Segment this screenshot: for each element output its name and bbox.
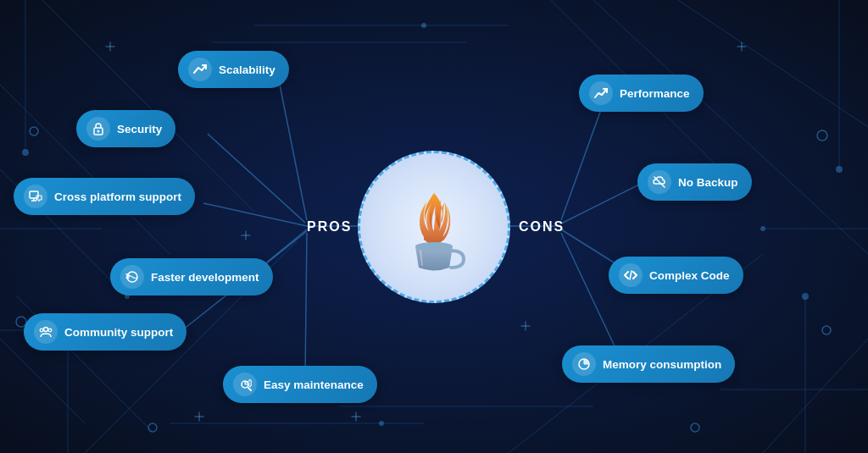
no-backup-badge: No Backup [637, 163, 752, 201]
svg-line-5 [0, 339, 85, 423]
svg-line-79 [248, 388, 251, 390]
svg-point-37 [691, 423, 699, 432]
svg-point-63 [415, 242, 453, 251]
svg-line-61 [561, 233, 623, 364]
performance-badge: Performance [579, 75, 704, 112]
svg-point-34 [30, 127, 38, 135]
svg-point-30 [421, 23, 426, 28]
svg-line-12 [678, 0, 868, 127]
cross-platform-badge: Cross platform support [14, 178, 195, 215]
svg-line-56 [305, 233, 307, 377]
pros-label: PROS [307, 219, 352, 235]
svg-point-77 [48, 329, 52, 332]
cross-platform-icon [24, 185, 47, 208]
svg-point-35 [822, 326, 831, 334]
security-badge: Security [76, 110, 175, 147]
svg-line-53 [203, 203, 307, 226]
easy-maintenance-badge: Easy maintenance [223, 366, 377, 403]
performance-icon [589, 81, 613, 105]
complex-code-badge: Complex Code [609, 257, 743, 294]
center-java-logo [358, 151, 510, 303]
svg-point-75 [44, 328, 48, 332]
complex-code-icon [619, 263, 643, 287]
faster-dev-badge: Faster development [110, 258, 273, 296]
svg-point-65 [97, 130, 100, 133]
scalability-badge: Scalability [178, 51, 289, 88]
svg-line-81 [630, 271, 632, 279]
svg-point-33 [817, 130, 827, 141]
svg-point-76 [40, 329, 43, 332]
svg-point-24 [22, 149, 29, 156]
svg-point-36 [148, 423, 157, 432]
memory-badge: Memory consumption [562, 345, 735, 383]
community-icon [34, 320, 58, 344]
no-backup-icon [648, 170, 671, 194]
svg-point-27 [836, 166, 843, 173]
svg-line-52 [208, 134, 305, 223]
scalability-icon [188, 58, 212, 81]
community-badge: Community support [24, 313, 186, 351]
faster-dev-icon [120, 265, 144, 289]
svg-line-58 [561, 96, 606, 220]
svg-line-11 [593, 0, 868, 254]
cons-label: CONS [519, 219, 565, 235]
easy-maintenance-icon [233, 373, 257, 396]
svg-point-31 [379, 421, 384, 426]
svg-line-51 [280, 85, 307, 220]
security-icon [86, 117, 110, 141]
svg-point-29 [760, 226, 765, 231]
svg-point-28 [802, 293, 809, 300]
memory-icon [572, 352, 596, 376]
svg-line-13 [763, 339, 868, 453]
